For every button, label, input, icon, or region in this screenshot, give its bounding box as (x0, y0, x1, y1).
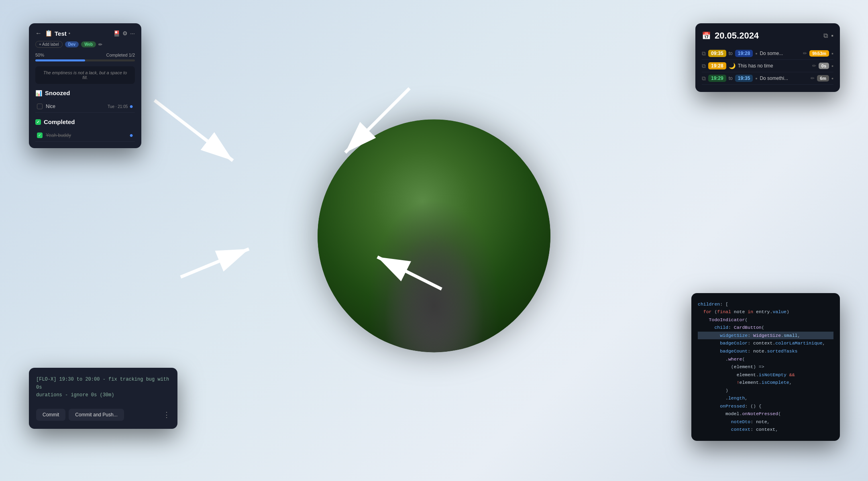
entry-label-2: This has no time (738, 63, 810, 69)
edit-entry-1[interactable]: ✏ (803, 51, 807, 56)
start-badge-2: 19:28 (708, 62, 726, 69)
completed-icon: ✓ (35, 119, 41, 125)
todo-title: 📋 Test • (45, 30, 110, 37)
copy-btn-3[interactable]: ⧉ (702, 75, 706, 82)
completed-header: ✓ Completed (35, 118, 135, 125)
code-line-16: noteDto: note, (698, 418, 833, 426)
end-badge-1: 19:28 (735, 50, 753, 57)
time-entry-2: ⧉ 19:28 🌙 This has no time ✏ 0s ▪ (702, 60, 833, 72)
code-line-9: (element) => (698, 363, 833, 371)
edit-entry-3[interactable]: ✏ (811, 75, 815, 81)
time-entry-1: ⧉ 09:35 to 19:28 ▪ Do some... ✏ 9h53m ▪ (702, 47, 833, 60)
snoozed-header: 📊 Snoozed (35, 90, 135, 96)
entry-menu-3[interactable]: ▪ (831, 75, 833, 82)
duration-2: 0s (819, 63, 829, 69)
code-line-1: children: [ (698, 300, 833, 308)
time-entry-3: ⧉ 19:29 to 19:35 ▪ Do somethi... ✏ 6m ▪ (702, 72, 833, 85)
date-display: 20.05.2024 (715, 31, 819, 41)
calendar-icon: 📅 (702, 31, 711, 40)
progress-bar-bg (35, 59, 135, 61)
copy-btn-1[interactable]: ⧉ (702, 50, 706, 57)
code-line-13: .length, (698, 394, 833, 402)
task-nice-name: Nice (46, 104, 55, 109)
code-line-5: widgetSize: WidgetSize.small, (698, 332, 833, 340)
code-card: children: [ for (final note in entry.val… (691, 293, 840, 441)
entry-menu-1[interactable]: ▪ (831, 50, 833, 57)
add-label-button[interactable]: + Add label (35, 41, 63, 48)
dev-label[interactable]: Dev (65, 41, 79, 47)
task-yeah-name: Yeah buddy (46, 132, 71, 138)
commit-button[interactable]: Commit (36, 409, 65, 421)
start-badge-3: 19:29 (708, 75, 726, 82)
code-line-2: for (final note in entry.value) (698, 308, 833, 316)
git-actions: Commit Commit and Push... ⋮ (36, 409, 170, 421)
duration-1: 9h53m (809, 50, 829, 57)
edit-entry-2[interactable]: ✏ (812, 63, 816, 69)
task-yeah: ✓ Yeah buddy ● (35, 129, 135, 142)
git-message: [FLO-X] 19:30 to 20:00 - fix tracking bu… (36, 376, 170, 399)
progress-percent: 50% (35, 53, 44, 57)
svg-line-3 (181, 249, 249, 277)
more-button[interactable]: ··· (130, 30, 135, 37)
duration-3: 6m (817, 75, 829, 82)
code-line-6: badgeColor: context.colorLaMartinique, (698, 339, 833, 347)
entry-type-2: 🌙 (729, 63, 736, 69)
task-yeah-checkbox[interactable]: ✓ (37, 132, 43, 138)
entry-label-3: Do somethi... (760, 75, 808, 81)
start-badge-1: 09:35 (708, 50, 726, 57)
code-line-3: TodoIndicator( (698, 316, 833, 324)
commit-push-button[interactable]: Commit and Push... (69, 409, 124, 421)
todo-header-icons: 🎴 ⚙ ··· (113, 30, 135, 37)
git-card: [FLO-X] 19:30 to 20:00 - fix tracking bu… (29, 368, 177, 429)
avatar-icon-1: 🎴 (113, 30, 120, 37)
code-line-7: badgeCount: note.sortedTasks (698, 347, 833, 355)
code-line-10: element.isNotEmpty && (698, 371, 833, 379)
snoozed-label: Snoozed (45, 90, 70, 96)
quote-text: The emptiness is not a lack, but a space… (43, 70, 127, 80)
git-more-button[interactable]: ⋮ (163, 410, 170, 419)
time-header: 📅 20.05.2024 ⧉ ▪ (702, 31, 833, 41)
code-line-14: onPressed: () { (698, 402, 833, 410)
svg-line-1 (155, 100, 233, 161)
time-header-actions: ⧉ ▪ (823, 32, 833, 39)
code-line-15: model.onNotePressed( (698, 410, 833, 418)
planet-image (318, 119, 550, 352)
todo-header: ← 📋 Test • 🎴 ⚙ ··· (35, 30, 135, 37)
progress-bar-fill (35, 59, 85, 61)
time-card: 📅 20.05.2024 ⧉ ▪ ⧉ 09:35 to 19:28 ▪ Do s… (695, 23, 840, 92)
copy-btn-2[interactable]: ⧉ (702, 63, 706, 69)
quote-box: The emptiness is not a lack, but a space… (35, 66, 135, 84)
web-label[interactable]: Web (81, 41, 96, 47)
task-nice-meta: Tue · 21:05 ● (108, 103, 133, 110)
task-nice-checkbox[interactable] (37, 104, 43, 109)
task-yeah-dot: ● (129, 132, 133, 139)
stop-button[interactable]: ▪ (831, 32, 833, 39)
code-line-11: !element.isComplete, (698, 379, 833, 387)
entry-label-1: Do some... (760, 51, 801, 56)
avatar-icon-2: ⚙ (122, 30, 128, 37)
code-line-8: .where( (698, 355, 833, 363)
edit-label-button[interactable]: ✏ (98, 42, 102, 47)
progress-section: 50% Completed 1/2 (35, 53, 135, 61)
copy-date-button[interactable]: ⧉ (823, 32, 828, 39)
progress-completed: Completed 1/2 (106, 53, 135, 57)
task-nice: Nice Tue · 21:05 ● (35, 100, 135, 113)
code-line-12: ) (698, 387, 833, 395)
entry-type-1: ▪ (755, 50, 757, 57)
end-badge-3: 19:35 (735, 75, 753, 82)
entry-menu-2[interactable]: ▪ (831, 63, 833, 69)
code-line-17: context: context, (698, 426, 833, 434)
snoozed-icon: 📊 (35, 90, 42, 96)
label-row: + Add label Dev Web ✏ (35, 41, 135, 48)
completed-label: Completed (44, 118, 75, 125)
todo-card: ← 📋 Test • 🎴 ⚙ ··· + Add label Dev Web ✏… (29, 23, 141, 148)
back-button[interactable]: ← (35, 30, 42, 37)
entry-type-3: ▪ (755, 75, 757, 82)
code-line-4: child: CardButton( (698, 324, 833, 332)
